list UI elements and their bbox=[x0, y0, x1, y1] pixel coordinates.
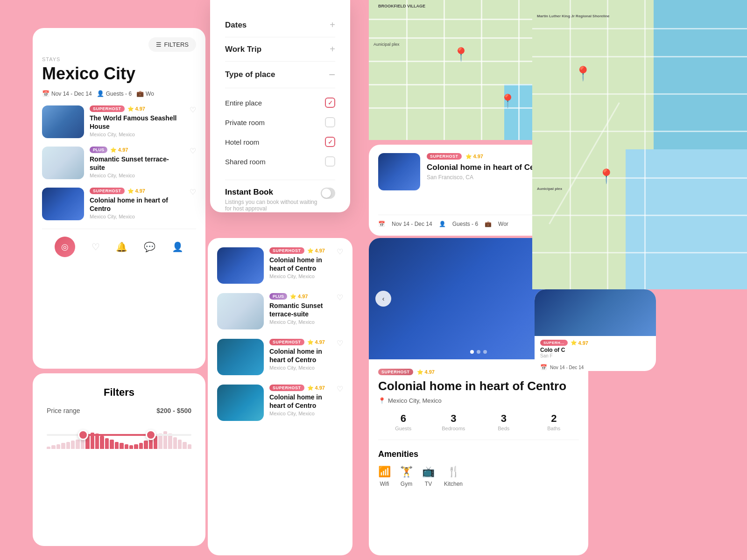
rmap-road-v1 bbox=[570, 0, 571, 289]
list-item-image-3 bbox=[217, 339, 264, 375]
explore-button[interactable]: ◎ bbox=[55, 237, 75, 257]
listing-image-2 bbox=[42, 147, 84, 179]
type-option-shared: Shared room bbox=[225, 152, 335, 171]
map-pin-2: 📍 bbox=[500, 93, 516, 109]
price-slider[interactable] bbox=[47, 421, 191, 449]
stays-meta: 📅 Nov 14 - Dec 14 👤 Guests - 6 💼 Wo bbox=[42, 90, 196, 97]
favorite-button-3[interactable]: ♡ bbox=[190, 188, 196, 196]
listing-title-1: The World Famous Seashell House bbox=[90, 114, 184, 131]
list-item-info-2: PLUS ⭐ 4.97 Romantic Sunset terrace-suit… bbox=[269, 293, 331, 325]
list-item: SUPERHOST ⭐ 4.97 Colonial home in heart … bbox=[217, 339, 343, 375]
plus-badge: PLUS bbox=[269, 293, 287, 300]
person-nav-icon[interactable]: 👤 bbox=[172, 241, 183, 252]
type-of-place-collapse-icon[interactable]: − bbox=[329, 68, 335, 81]
filters-label: FILTERS bbox=[164, 41, 189, 48]
amenity-tv: 📺 TV bbox=[422, 466, 435, 487]
list-item-loc-4: Mexico City, Mexico bbox=[269, 411, 331, 416]
listing-item: PLUS ⭐ 4.97 Romantic Sunset terrace-suit… bbox=[42, 147, 196, 179]
mini-badge-row: SUPERH... ⭐ 4.97 bbox=[540, 340, 650, 346]
type-options: Entire place Private room Hotel room Sha… bbox=[225, 88, 335, 176]
entire-place-checkbox[interactable] bbox=[325, 98, 335, 108]
instant-book-toggle[interactable] bbox=[321, 188, 335, 199]
slider-thumb-right[interactable] bbox=[146, 430, 156, 440]
date-range: 📅 Nov 14 - Dec 14 bbox=[42, 90, 92, 97]
listing-info-2: PLUS ⭐ 4.97 Romantic Sunset terrace-suit… bbox=[90, 147, 184, 178]
property-work: Wor bbox=[498, 221, 508, 227]
slider-thumb-left[interactable] bbox=[78, 430, 88, 440]
detail-title: Colonial home in heart of Centro bbox=[378, 379, 579, 393]
plus-badge: PLUS bbox=[90, 147, 107, 153]
work-meta: 💼 Wo bbox=[136, 90, 154, 97]
mini-date: Nov 14 - Dec 14 bbox=[550, 365, 584, 370]
instant-book-section: Instant Book Listings you can book witho… bbox=[225, 180, 335, 212]
amenities-title: Amenities bbox=[378, 449, 579, 459]
compass-icon: ◎ bbox=[61, 242, 69, 252]
heart-nav-icon[interactable]: ♡ bbox=[92, 241, 100, 252]
badge-row: SUPERHOST ⭐ 4.97 bbox=[269, 385, 331, 391]
right-map-water-bottom bbox=[626, 149, 747, 289]
favorite-list-3[interactable]: ♡ bbox=[337, 339, 343, 348]
listing-title-3: Colonial home in heart of Centro bbox=[90, 196, 184, 213]
stat-bedrooms: 3 Bedrooms bbox=[429, 413, 479, 431]
list-item: SUPERHOST ⭐ 4.97 Colonial home in heart … bbox=[217, 247, 343, 284]
map-label-muni: Aunicipal plex bbox=[374, 42, 400, 47]
dot-3[interactable] bbox=[483, 350, 487, 354]
favorite-list-2[interactable]: ♡ bbox=[337, 293, 343, 302]
hotel-room-label: Hotel room bbox=[225, 138, 259, 146]
mini-card-body: SUPERH... ⭐ 4.97 Colo of C San F bbox=[535, 336, 656, 362]
dot-2[interactable] bbox=[477, 350, 480, 354]
map-label-brookfield: BROOKFIELD VILLAGE bbox=[378, 4, 425, 8]
private-room-checkbox[interactable] bbox=[325, 117, 335, 127]
person-icon-footer: 👤 bbox=[439, 221, 446, 227]
dates-filter-row: Dates + bbox=[225, 13, 335, 37]
stat-beds-label: Beds bbox=[479, 426, 529, 431]
superhost-badge: SUPERHOST bbox=[269, 385, 304, 391]
list-item-image-4 bbox=[217, 385, 264, 421]
superhost-badge-3: SUPERHOST bbox=[90, 188, 125, 194]
favorite-list-4[interactable]: ♡ bbox=[337, 385, 343, 393]
map-road-v2 bbox=[444, 0, 445, 140]
dates-add-icon[interactable]: + bbox=[330, 20, 335, 30]
detail-superhost-badge: SUPERHOST bbox=[378, 369, 413, 375]
badge-row-1: SUPERHOST ⭐ 4.97 bbox=[90, 105, 184, 112]
stat-beds-num: 3 bbox=[479, 413, 529, 425]
hotel-room-checkbox[interactable] bbox=[325, 137, 335, 147]
star-icon: ⭐ bbox=[110, 147, 117, 153]
list-item: PLUS ⭐ 4.97 Romantic Sunset terrace-suit… bbox=[217, 293, 343, 329]
briefcase-icon: 💼 bbox=[136, 90, 144, 97]
rmap-road-h1 bbox=[532, 28, 747, 29]
detail-stats: 6 Guests 3 Bedrooms 3 Beds 2 Baths bbox=[378, 413, 579, 440]
map-road-v1 bbox=[406, 0, 408, 140]
amenity-gym: 🏋 Gym bbox=[400, 466, 413, 487]
price-range-label: Price range bbox=[47, 407, 80, 414]
filters-button[interactable]: ☰ FILTERS bbox=[148, 37, 197, 52]
list-item-title-3: Colonial home in heart of Centro bbox=[269, 347, 331, 364]
favorite-button-1[interactable]: ♡ bbox=[190, 105, 196, 114]
tv-icon: 📺 bbox=[422, 466, 435, 478]
calendar-icon: 📅 bbox=[42, 90, 49, 97]
detail-location: 📍 Mexico City, Mexico bbox=[378, 397, 579, 404]
right-map-background: 📍 📍 Martin Luther King Jr Regional Shore… bbox=[532, 0, 747, 289]
dot-1[interactable] bbox=[470, 350, 474, 354]
chat-nav-icon[interactable]: 💬 bbox=[144, 241, 155, 252]
favorite-list-1[interactable]: ♡ bbox=[337, 247, 343, 256]
map-road-v3 bbox=[481, 0, 482, 140]
rmap-road-h6 bbox=[532, 215, 747, 216]
shared-room-label: Shared room bbox=[225, 158, 266, 166]
bell-nav-icon[interactable]: 🔔 bbox=[116, 241, 127, 252]
property-rating: ⭐ 4.97 bbox=[465, 154, 483, 160]
shared-room-checkbox[interactable] bbox=[325, 156, 335, 167]
listing-location-2: Mexico City, Mexico bbox=[90, 173, 184, 178]
rmap-road-h4 bbox=[532, 131, 747, 132]
prev-image-button[interactable]: ‹ bbox=[375, 291, 391, 307]
price-range-row: Price range $200 - $500 bbox=[47, 407, 191, 414]
stat-beds: 3 Beds bbox=[479, 413, 529, 431]
stat-guests-label: Guests bbox=[378, 426, 429, 431]
work-trip-add-icon[interactable]: + bbox=[330, 44, 335, 55]
instant-book-desc: Listings you can book without waiting fo… bbox=[225, 199, 321, 212]
list-item-loc-1: Mexico City, Mexico bbox=[269, 273, 331, 279]
rmap-road-diag bbox=[549, 102, 620, 224]
rating: ⭐ 4.97 bbox=[307, 248, 325, 254]
favorite-button-2[interactable]: ♡ bbox=[190, 147, 196, 155]
rating: ⭐ 4.97 bbox=[307, 385, 325, 391]
